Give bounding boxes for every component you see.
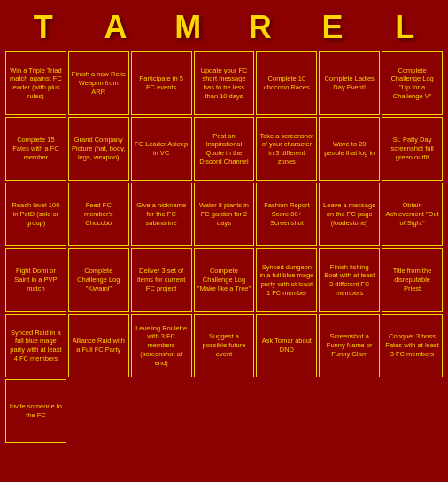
bingo-cell-19[interactable]: Leave a message on the FC page (loadesto… — [319, 183, 380, 246]
bingo-cell-10[interactable]: Post an Inspirational Quote in the Disco… — [194, 117, 255, 181]
bingo-cell-text-5: Complete Ladies Day Event! — [322, 74, 376, 92]
bingo-cell-text-6: Complete Challenge Log "Up for a Challen… — [385, 66, 439, 101]
bingo-cell-7[interactable]: Complete 15 Fates with a FC member — [5, 117, 66, 181]
bingo-cell-text-29: Alliance Raid with a Full FC Party — [72, 337, 126, 354]
bingo-cell-34[interactable]: Conquer 3 boss Fates with at least 3 FC … — [382, 314, 443, 377]
bingo-cell-20[interactable]: Obtain Achievement "Out of Sight" — [382, 183, 443, 246]
title-letter-t: T — [7, 9, 80, 46]
bingo-cell-text-28: Synced Raid in a full blue mage party wi… — [9, 329, 63, 363]
bingo-cell-text-30: Leveling Roulette with 3 FC members (scr… — [135, 324, 189, 368]
bingo-cell-21[interactable]: Fight Domi or Saint in a PVP match — [5, 248, 66, 312]
bingo-cell-12[interactable]: Wave to 20 people that log in — [319, 117, 380, 181]
title-letter-m: M — [151, 9, 224, 46]
bingo-cell-text-16: Give a nickname for the FC submarine — [135, 201, 189, 227]
bingo-cell-18[interactable]: Fashion Report Score 80+ Screenshot — [256, 183, 317, 246]
bingo-cell-text-24: Complete Challenge Log "Make like a Tree… — [197, 267, 251, 292]
bingo-cell-text-32: Ask Tomar about DND — [259, 337, 313, 354]
bingo-cell-text-20: Obtain Achievement "Out of Sight" — [385, 201, 439, 227]
bingo-cell-text-22: Complete Challenge Log "Kiwami" — [72, 267, 126, 292]
bingo-cell-text-35: Invite someone to the FC — [9, 402, 63, 420]
bingo-cell-16[interactable]: Give a nickname for the FC submarine — [131, 183, 192, 246]
bingo-cell-text-27: Title from the disreputable Priest — [385, 267, 439, 292]
bingo-cell-5[interactable]: Complete Ladies Day Event! — [319, 51, 380, 115]
bingo-cell-0[interactable]: Win a Triple Triad match against FC lead… — [5, 51, 66, 115]
bingo-cell-text-9: FC Leader Asleep in VC — [135, 140, 189, 158]
bingo-cell-31[interactable]: Suggest a possible future event — [194, 314, 255, 377]
bingo-cell-text-3: Update your FC short message has to be l… — [197, 66, 251, 101]
bingo-cell-text-14: Reach level 100 in PotD (solo or group) — [9, 201, 63, 227]
bingo-board: T A M R E L Win a Triple Triad match aga… — [0, 0, 448, 450]
bingo-cell-text-18: Fashion Report Score 80+ Screenshot — [259, 201, 313, 227]
bingo-cell-30[interactable]: Leveling Roulette with 3 FC members (scr… — [131, 314, 192, 377]
bingo-cell-3[interactable]: Update your FC short message has to be l… — [194, 51, 255, 115]
bingo-cell-9[interactable]: FC Leader Asleep in VC — [131, 117, 192, 181]
bingo-cell-35[interactable]: Invite someone to the FC — [5, 379, 66, 443]
bingo-cell-text-26: Finish fishing Boat with at least 3 diff… — [322, 263, 376, 298]
bingo-grid: Win a Triple Triad match against FC lead… — [4, 51, 444, 447]
title-letter-e: E — [297, 9, 369, 46]
bingo-cell-text-13: St. Patty Day screenshot full green outf… — [385, 136, 439, 161]
bingo-cell-text-8: Grand Company Picture (hat, body, legs, … — [72, 136, 126, 161]
bingo-cell-text-34: Conquer 3 boss Fates with at least 3 FC … — [385, 332, 439, 358]
bingo-cell-text-31: Suggest a possible future event — [197, 332, 251, 358]
bingo-cell-2[interactable]: Participate in 5 FC events — [131, 51, 192, 115]
bingo-cell-text-17: Water 8 plants in FC garden for 2 days — [197, 201, 251, 227]
bingo-cell-text-33: Screenshot a Funny Name or Funny Glam — [322, 332, 376, 358]
bingo-cell-text-23: Deliver 3 set of items for current FC pr… — [135, 267, 189, 292]
bingo-cell-14[interactable]: Reach level 100 in PotD (solo or group) — [5, 183, 66, 246]
bingo-cell-text-21: Fight Domi or Saint in a PVP match — [9, 267, 63, 292]
bingo-cell-29[interactable]: Alliance Raid with a Full FC Party — [68, 314, 129, 377]
bingo-cell-8[interactable]: Grand Company Picture (hat, body, legs, … — [68, 117, 129, 181]
bingo-cell-6[interactable]: Complete Challenge Log "Up for a Challen… — [382, 51, 443, 115]
bingo-cell-33[interactable]: Screenshot a Funny Name or Funny Glam — [319, 314, 380, 377]
bingo-cell-text-0: Win a Triple Triad match against FC lead… — [9, 66, 63, 101]
bingo-cell-15[interactable]: Feed FC member's Chocobo — [68, 183, 129, 246]
bingo-cell-4[interactable]: Complete 10 chocobo Races — [256, 51, 317, 115]
bingo-cell-27[interactable]: Title from the disreputable Priest — [382, 248, 443, 312]
bingo-cell-text-12: Wave to 20 people that log in — [322, 140, 376, 158]
bingo-cell-text-4: Complete 10 chocobo Races — [259, 74, 313, 92]
bingo-cell-1[interactable]: Finish a new Relic Weapon from ARR — [68, 51, 129, 115]
bingo-cell-22[interactable]: Complete Challenge Log "Kiwami" — [68, 248, 129, 312]
bingo-cell-24[interactable]: Complete Challenge Log "Make like a Tree… — [194, 248, 255, 312]
bingo-cell-text-15: Feed FC member's Chocobo — [72, 201, 126, 227]
title-letter-l: L — [368, 9, 441, 46]
bingo-cell-23[interactable]: Deliver 3 set of items for current FC pr… — [131, 248, 192, 312]
bingo-cell-32[interactable]: Ask Tomar about DND — [256, 314, 317, 377]
bingo-cell-text-10: Post an Inspirational Quote in the Disco… — [197, 132, 251, 167]
bingo-cell-25[interactable]: Synced dungeon in a full blue mage party… — [256, 248, 317, 312]
title-letter-r: R — [224, 9, 297, 46]
bingo-cell-26[interactable]: Finish fishing Boat with at least 3 diff… — [319, 248, 380, 312]
bingo-cell-text-1: Finish a new Relic Weapon from ARR — [72, 70, 126, 96]
bingo-cell-17[interactable]: Water 8 plants in FC garden for 2 days — [194, 183, 255, 246]
title-row: T A M R E L — [4, 4, 444, 51]
bingo-cell-text-11: Take a screenshot of your character in 3… — [259, 132, 313, 167]
bingo-cell-11[interactable]: Take a screenshot of your character in 3… — [256, 117, 317, 181]
bingo-cell-text-25: Synced dungeon in a full blue mage party… — [259, 263, 313, 298]
bingo-cell-text-2: Participate in 5 FC events — [135, 74, 189, 92]
bingo-cell-text-19: Leave a message on the FC page (loadesto… — [322, 201, 376, 227]
title-letter-a: A — [80, 9, 152, 46]
bingo-cell-text-7: Complete 15 Fates with a FC member — [9, 136, 63, 161]
bingo-cell-13[interactable]: St. Patty Day screenshot full green outf… — [382, 117, 443, 181]
bingo-cell-28[interactable]: Synced Raid in a full blue mage party wi… — [5, 314, 66, 377]
